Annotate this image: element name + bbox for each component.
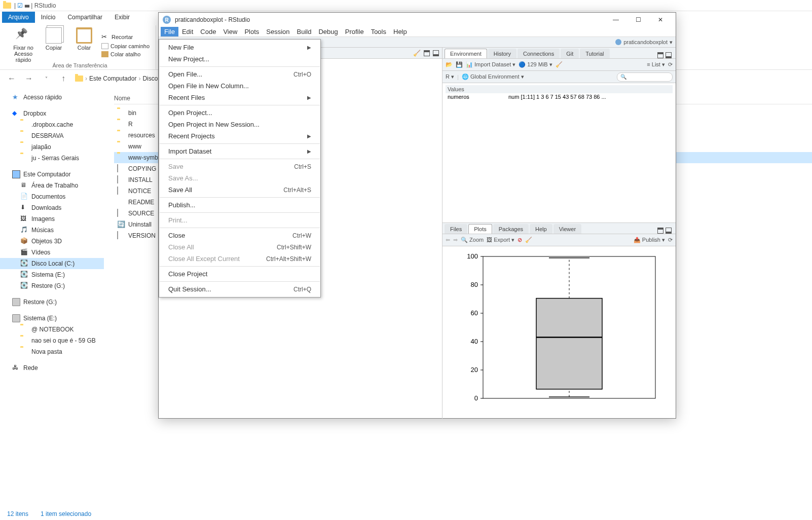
- tree-item[interactable]: ju - Serras Gerais: [0, 153, 104, 164]
- menu-item[interactable]: Save AllCtrl+Alt+S: [159, 184, 320, 196]
- menu-code[interactable]: Code: [197, 27, 219, 36]
- tree-item[interactable]: @ NOTEBOOK: [0, 324, 104, 335]
- tree-item[interactable]: 🖼Imagens: [0, 213, 104, 225]
- import-dataset-button[interactable]: 📊 Import Dataset ▾: [466, 61, 515, 68]
- menu-debug[interactable]: Debug: [315, 27, 341, 36]
- close-button[interactable]: ✕: [649, 13, 672, 27]
- tree-item[interactable]: nao sei o que é - 59 GB: [0, 335, 104, 346]
- tree-item[interactable]: .dropbox.cache: [0, 119, 104, 130]
- menu-item[interactable]: Import Dataset▶: [159, 145, 320, 157]
- tree-quick-access[interactable]: Acesso rápido: [0, 92, 104, 103]
- publish-button[interactable]: 📤 Publish ▾: [634, 237, 665, 243]
- env-search[interactable]: [617, 72, 673, 82]
- load-icon[interactable]: 📂: [446, 61, 453, 68]
- maximize-button[interactable]: ☐: [627, 13, 649, 27]
- memory-indicator[interactable]: 🔵 129 MiB ▾: [519, 61, 552, 68]
- tree-item[interactable]: 💽Disco Local (C:): [0, 258, 104, 269]
- ribbon-tab-arquivo[interactable]: Arquivo: [2, 12, 35, 23]
- pane-maximize[interactable]: [433, 50, 439, 56]
- copy-button[interactable]: Copiar: [39, 25, 69, 65]
- menu-item[interactable]: Close Project: [159, 268, 320, 280]
- plot-prev-icon[interactable]: ⬅: [446, 237, 450, 243]
- plots-tab-help[interactable]: Help: [530, 224, 552, 234]
- tree-item[interactable]: 🖥Área de Trabalho: [0, 180, 104, 191]
- nav-forward[interactable]: →: [23, 73, 34, 84]
- breadcrumb-item[interactable]: Disco: [142, 75, 158, 82]
- tree-dropbox[interactable]: Dropbox: [0, 108, 104, 119]
- menu-item[interactable]: Open File in New Column...: [159, 80, 320, 92]
- clear-env-icon[interactable]: 🧹: [556, 61, 563, 68]
- tree-item[interactable]: Nova pasta: [0, 346, 104, 357]
- env-tab-tutorial[interactable]: Tutorial: [580, 49, 609, 58]
- paste-shortcut-button[interactable]: Colar atalho: [99, 50, 152, 58]
- remove-plot-icon[interactable]: ⊘: [518, 237, 522, 243]
- tree-item[interactable]: 💽Restore (G:): [0, 280, 104, 291]
- export-button[interactable]: 🖼 Export ▾: [487, 237, 514, 243]
- menu-profile[interactable]: Profile: [342, 27, 367, 36]
- list-mode-button[interactable]: ≡ List ▾: [647, 61, 665, 68]
- menu-item[interactable]: Publish...: [159, 199, 320, 211]
- tree-item[interactable]: 💽Sistema (E:): [0, 269, 104, 280]
- pin-button[interactable]: Fixar no Acesso rápido: [8, 25, 39, 65]
- env-tab-history[interactable]: History: [488, 49, 516, 58]
- nav-recent[interactable]: ˅: [41, 73, 52, 84]
- breadcrumb-item[interactable]: Este Computador: [89, 75, 136, 82]
- menu-item[interactable]: Open Project...: [159, 107, 320, 119]
- ribbon-tab-inicio[interactable]: Início: [35, 12, 62, 23]
- breadcrumb[interactable]: › Este Computador › Disco: [75, 75, 158, 82]
- tree-item[interactable]: ⬇Downloads: [0, 202, 104, 213]
- ribbon-tab-compartilhar[interactable]: Compartilhar: [61, 12, 108, 23]
- menu-help[interactable]: Help: [390, 27, 411, 36]
- plot-next-icon[interactable]: ➡: [453, 237, 458, 243]
- menu-item[interactable]: Quit Session...Ctrl+Q: [159, 283, 320, 295]
- tree-item[interactable]: 🎬Vídeos: [0, 247, 104, 258]
- pane-maximize[interactable]: [666, 228, 672, 234]
- save-icon[interactable]: 💾: [456, 61, 463, 68]
- menu-item[interactable]: Recent Files▶: [159, 92, 320, 103]
- tree-item[interactable]: 📄Documentos: [0, 191, 104, 202]
- tree-item[interactable]: DESBRAVA: [0, 130, 104, 141]
- tree-sistema[interactable]: Sistema (E:): [0, 313, 104, 324]
- env-tab-environment[interactable]: Environment: [445, 49, 487, 58]
- tree-item[interactable]: 🎵Músicas: [0, 225, 104, 236]
- menu-build[interactable]: Build: [293, 27, 315, 36]
- plots-tab-packages[interactable]: Packages: [493, 224, 529, 234]
- paste-button[interactable]: Colar: [69, 25, 99, 65]
- tree-restore[interactable]: Restore (G:): [0, 296, 104, 308]
- tree-network[interactable]: Rede: [0, 362, 104, 374]
- refresh-plot-icon[interactable]: ⟳: [668, 237, 673, 243]
- plots-tab-viewer[interactable]: Viewer: [553, 224, 581, 234]
- zoom-button[interactable]: 🔍 Zoom: [461, 237, 484, 243]
- ribbon-tab-exibir[interactable]: Exibir: [108, 12, 136, 23]
- pane-maximize[interactable]: [666, 52, 672, 58]
- menu-file[interactable]: File: [161, 27, 178, 36]
- env-tab-git[interactable]: Git: [561, 49, 579, 58]
- menu-view[interactable]: View: [219, 27, 241, 36]
- env-variable-row[interactable]: numeros num [1:11] 1 3 6 7 15 43 57 68 7…: [446, 93, 673, 100]
- menu-session[interactable]: Session: [263, 27, 293, 36]
- plots-tab-files[interactable]: Files: [445, 224, 467, 234]
- cut-button[interactable]: Recortar: [99, 32, 152, 42]
- nav-back[interactable]: ←: [6, 73, 17, 84]
- menu-edit[interactable]: Edit: [178, 27, 197, 36]
- scope-r-button[interactable]: R ▾: [446, 73, 454, 80]
- pane-minimize[interactable]: [657, 228, 663, 234]
- menu-plots[interactable]: Plots: [241, 27, 263, 36]
- refresh-icon[interactable]: ⟳: [668, 61, 673, 68]
- project-name[interactable]: praticandoboxplot: [623, 39, 668, 45]
- clear-console-icon[interactable]: 🧹: [413, 50, 421, 57]
- tree-item[interactable]: jalapão: [0, 141, 104, 153]
- scope-button[interactable]: 🌐 Global Environment ▾: [462, 73, 524, 80]
- minimize-button[interactable]: —: [605, 13, 627, 27]
- menu-item[interactable]: Recent Projects▶: [159, 130, 320, 142]
- menu-item[interactable]: Open File...Ctrl+O: [159, 68, 320, 80]
- clear-plots-icon[interactable]: 🧹: [525, 237, 532, 243]
- menu-item[interactable]: Open Project in New Session...: [159, 119, 320, 130]
- pane-minimize[interactable]: [424, 50, 430, 56]
- menu-item[interactable]: New Project...: [159, 53, 320, 65]
- nav-up[interactable]: ↑: [58, 73, 69, 84]
- menu-item[interactable]: CloseCtrl+W: [159, 230, 320, 241]
- copy-path-button[interactable]: Copiar caminho: [99, 42, 152, 50]
- pane-minimize[interactable]: [657, 52, 663, 58]
- env-tab-connections[interactable]: Connections: [518, 49, 560, 58]
